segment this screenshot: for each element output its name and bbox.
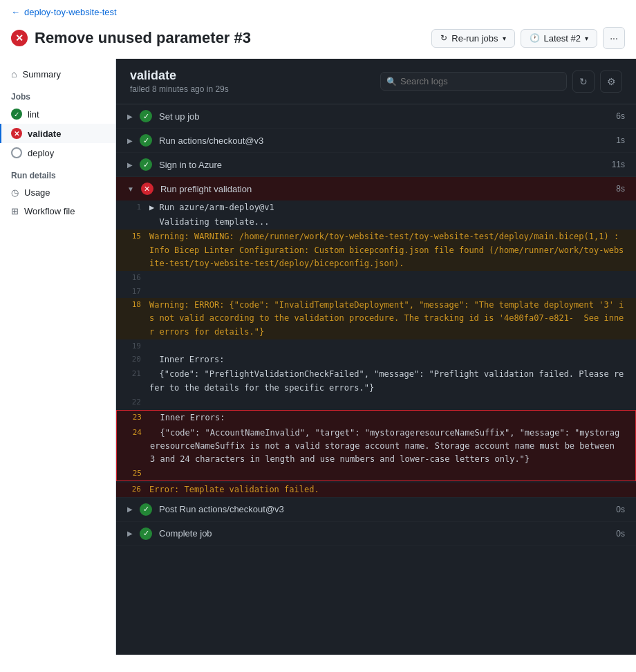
step-signin-success-icon: ✓: [140, 158, 152, 171]
step-preflight-label: Run preflight validation: [160, 184, 252, 194]
step-setup: ▶ ✓ Set up job 6s: [116, 104, 636, 129]
line-content-17: [149, 286, 636, 298]
log-steps: ▶ ✓ Set up job 6s ▶ ✓ Run actions/checko…: [116, 104, 636, 546]
step-setup-success-icon: ✓: [140, 110, 152, 122]
log-lines-container: 1 ▶ Run azure/arm-deploy@v1 Validating t…: [116, 200, 636, 497]
sidebar-item-usage[interactable]: ◷ Usage: [0, 183, 115, 202]
highlighted-block: 23 Inner Errors: 24 {"code": "AccountNam…: [116, 410, 636, 480]
step-complete-time: 0s: [616, 529, 625, 539]
sidebar-item-summary[interactable]: ⌂ Summary: [0, 64, 115, 84]
line-num-validating: [116, 216, 149, 229]
step-checkout-header[interactable]: ▶ ✓ Run actions/checkout@v3 1s: [116, 129, 636, 152]
log-line-19[interactable]: 19: [116, 339, 636, 353]
rerun-icon: ↻: [440, 33, 447, 43]
refresh-button[interactable]: ↻: [572, 71, 595, 93]
step-preflight-chevron-icon: ▼: [127, 185, 134, 193]
line-num-20: 20: [116, 353, 149, 366]
usage-label: Usage: [24, 187, 50, 198]
line-content-24: {"code": "AccountNameInvalid", "target":…: [150, 427, 635, 467]
line-num-23: 23: [117, 411, 150, 424]
home-icon: ⌂: [11, 68, 17, 80]
header-actions: ↻ Re-run jobs ▾ 🕐 Latest #2 ▾ ···: [431, 27, 625, 49]
log-line-15[interactable]: 15 Warning: WARNING: /home/runner/work/t…: [116, 230, 636, 271]
lint-success-icon: ✓: [11, 109, 22, 120]
search-input[interactable]: [380, 72, 567, 91]
step-setup-header[interactable]: ▶ ✓ Set up job 6s: [116, 104, 636, 128]
summary-label: Summary: [22, 69, 61, 80]
log-line-17[interactable]: 17: [116, 285, 636, 299]
log-line-21[interactable]: 21 {"code": "PreflightValidationCheckFai…: [116, 367, 636, 395]
page-title-area: ✕ Remove unused parameter #3: [11, 29, 251, 47]
step-postrun-label: Post Run actions/checkout@v3: [159, 504, 284, 514]
run-details-section-label: Run details: [0, 162, 115, 183]
line-num-26: 26: [116, 483, 149, 496]
step-checkout: ▶ ✓ Run actions/checkout@v3 1s: [116, 129, 636, 153]
breadcrumb-link[interactable]: deploy-toy-website-test: [24, 7, 117, 17]
step-complete-success-icon: ✓: [140, 528, 152, 540]
latest-chevron-icon: ▾: [585, 35, 588, 42]
line-content-20: Inner Errors:: [149, 353, 636, 366]
step-setup-time: 6s: [616, 111, 625, 121]
validate-error-icon: ✕: [11, 128, 22, 139]
error-status-icon: ✕: [11, 30, 28, 46]
search-wrapper: 🔍: [380, 72, 567, 91]
log-line-24[interactable]: 24 {"code": "AccountNameInvalid", "targe…: [117, 426, 635, 467]
line-num-25: 25: [117, 467, 150, 480]
step-preflight-header[interactable]: ▼ ✕ Run preflight validation 8s: [116, 177, 636, 200]
line-content-1: ▶ Run azure/arm-deploy@v1: [149, 201, 636, 214]
step-checkout-time: 1s: [616, 136, 625, 145]
log-line-25[interactable]: 25: [117, 467, 635, 480]
step-checkout-chevron-icon: ▶: [127, 137, 133, 144]
workflow-file-icon: ⊞: [11, 206, 19, 216]
log-line-18[interactable]: 18 Warning: ERROR: {"code": "InvalidTemp…: [116, 298, 636, 339]
log-line-26[interactable]: 26 Error: Template validation failed.: [116, 483, 636, 497]
validate-header: validate failed 8 minutes ago in 29s 🔍 ↻…: [116, 59, 636, 104]
sidebar-item-deploy[interactable]: deploy: [0, 143, 115, 162]
sidebar-item-validate[interactable]: ✕ validate: [0, 124, 115, 143]
step-preflight-error-icon: ✕: [141, 183, 153, 195]
log-line-20[interactable]: 20 Inner Errors:: [116, 353, 636, 367]
rerun-label: Re-run jobs: [451, 33, 498, 44]
step-setup-chevron-icon: ▶: [127, 113, 133, 120]
step-signin-label: Sign in to Azure: [159, 160, 222, 170]
line-content-26: Error: Template validation failed.: [149, 483, 636, 496]
line-content-21: {"code": "PreflightValidationCheckFailed…: [149, 368, 636, 394]
breadcrumb: ← deploy-toy-website-test: [0, 0, 636, 24]
more-options-button[interactable]: ···: [603, 27, 625, 49]
validate-subtitle: failed 8 minutes ago in 29s: [130, 84, 229, 94]
step-postrun-success-icon: ✓: [140, 503, 152, 516]
step-postrun-chevron-icon: ▶: [127, 505, 133, 513]
search-and-actions: 🔍 ↻ ⚙: [380, 71, 622, 93]
latest-button[interactable]: 🕐 Latest #2 ▾: [521, 29, 598, 48]
usage-icon: ◷: [11, 187, 19, 198]
validate-title: validate: [130, 68, 229, 83]
settings-button[interactable]: ⚙: [600, 71, 622, 93]
sidebar-item-lint[interactable]: ✓ lint: [0, 104, 115, 124]
page-title: Remove unused parameter #3: [35, 29, 251, 47]
line-content-validating: Validating template...: [149, 216, 636, 229]
step-setup-label: Set up job: [159, 111, 200, 122]
validate-title-area: validate failed 8 minutes ago in 29s: [130, 68, 229, 94]
step-checkout-label: Run actions/checkout@v3: [159, 136, 263, 146]
step-signin-header[interactable]: ▶ ✓ Sign in to Azure 11s: [116, 153, 636, 176]
line-content-22: [149, 396, 636, 409]
line-num-22: 22: [116, 396, 149, 409]
log-line-23[interactable]: 23 Inner Errors:: [117, 411, 635, 425]
deploy-label: deploy: [28, 148, 54, 158]
step-signin-time: 11s: [612, 160, 625, 169]
log-line-1[interactable]: 1 ▶ Run azure/arm-deploy@v1: [116, 200, 636, 215]
step-complete-label: Complete job: [159, 528, 212, 539]
log-line-16[interactable]: 16: [116, 271, 636, 285]
log-line-validating[interactable]: Validating template...: [116, 215, 636, 230]
sidebar-item-workflow-file[interactable]: ⊞ Workflow file: [0, 202, 115, 221]
step-complete: ▶ ✓ Complete job 0s: [116, 522, 636, 546]
deploy-skip-icon: [11, 147, 22, 158]
rerun-jobs-button[interactable]: ↻ Re-run jobs ▾: [431, 29, 514, 48]
page-header: ✕ Remove unused parameter #3 ↻ Re-run jo…: [0, 24, 636, 59]
log-line-22[interactable]: 22: [116, 395, 636, 409]
line-num-21: 21: [116, 368, 149, 394]
step-postrun-header[interactable]: ▶ ✓ Post Run actions/checkout@v3 0s: [116, 498, 636, 521]
step-complete-header[interactable]: ▶ ✓ Complete job 0s: [116, 522, 636, 545]
latest-label: Latest #2: [544, 33, 581, 44]
step-complete-chevron-icon: ▶: [127, 530, 133, 537]
